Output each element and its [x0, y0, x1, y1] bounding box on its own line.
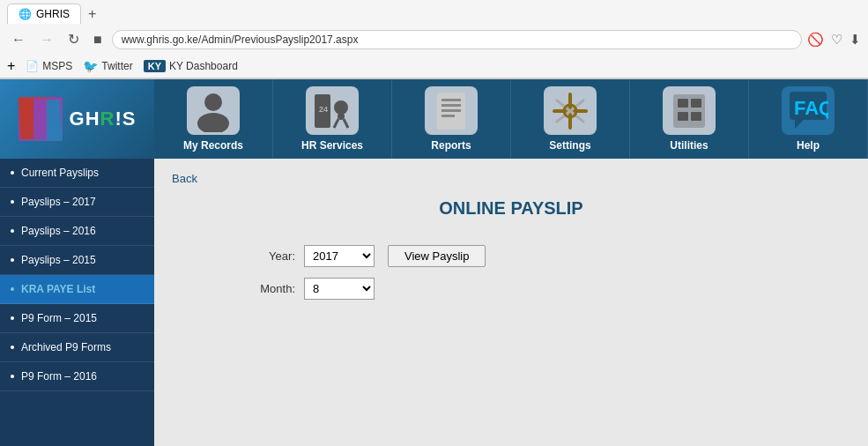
address-bar[interactable]: www.ghris.go.ke/Admin/PreviousPayslip201…	[112, 30, 802, 49]
svg-rect-22	[678, 99, 688, 108]
svg-rect-2	[47, 100, 60, 139]
bookmarks-bar: + 📄 MSPS 🐦 Twitter KY KY Dashboard	[0, 55, 868, 78]
sidebar-item-kra-paye[interactable]: KRA PAYE List	[0, 275, 154, 304]
twitter-label: Twitter	[101, 60, 132, 72]
add-bookmark-button[interactable]: +	[7, 58, 15, 74]
svg-rect-25	[691, 112, 701, 121]
nav-label-utilities: Utilities	[670, 139, 708, 152]
sidebar-item-current-payslips[interactable]: Current Payslips	[0, 159, 154, 188]
logo-area: GHR!S	[0, 79, 154, 159]
back-button[interactable]: ←	[7, 30, 30, 49]
sidebar-item-archived-p9[interactable]: Archived P9 Forms	[0, 333, 154, 362]
sidebar: Current Payslips Payslips – 2017 Payslip…	[0, 159, 154, 446]
nav-item-reports[interactable]: Reports	[392, 79, 511, 159]
block-icon[interactable]: 🚫	[807, 32, 824, 48]
reports-icon	[425, 86, 478, 135]
browser-tabs: 🌐 GHRIS +	[0, 0, 868, 24]
year-row: Year: 2015 2016 2017 2018 View Payslip	[242, 245, 850, 267]
bookmark-msps[interactable]: 📄 MSPS	[26, 60, 72, 72]
ky-icon: KY	[144, 60, 166, 72]
active-tab[interactable]: 🌐 GHRIS	[7, 4, 81, 24]
sidebar-label-current-payslips: Current Payslips	[21, 167, 99, 179]
main-content: Current Payslips Payslips – 2017 Payslip…	[0, 159, 868, 446]
nav-item-hr-services[interactable]: 24 HR Services	[273, 79, 392, 159]
svg-point-6	[334, 100, 348, 115]
msps-icon: 📄	[26, 60, 39, 72]
utilities-icon	[663, 86, 716, 135]
bookmark-twitter[interactable]: 🐦 Twitter	[83, 59, 132, 73]
tab-label: GHRIS	[36, 8, 70, 20]
sidebar-label-payslips-2017: Payslips – 2017	[21, 196, 96, 208]
svg-line-9	[334, 119, 338, 128]
help-icon: FAQ	[782, 86, 835, 135]
hr-services-icon: 24	[306, 86, 359, 135]
back-link[interactable]: Back	[172, 172, 197, 185]
bookmark-icon[interactable]: ♡	[831, 32, 842, 48]
msps-label: MSPS	[42, 60, 72, 72]
ky-label: KY Dashboard	[169, 60, 238, 72]
browser-chrome: 🌐 GHRIS + ← → ↻ ■ www.ghris.go.ke/Admin/…	[0, 0, 868, 79]
logo-icon	[19, 97, 63, 141]
year-select[interactable]: 2015 2016 2017 2018	[304, 245, 375, 267]
sidebar-item-payslips-2016[interactable]: Payslips – 2016	[0, 217, 154, 246]
forward-button[interactable]: →	[35, 30, 58, 49]
sidebar-item-p9-2016[interactable]: P9 Form – 2016	[0, 362, 154, 391]
browser-toolbar: ← → ↻ ■ www.ghris.go.ke/Admin/PreviousPa…	[0, 24, 868, 55]
nav-label-faq: Help	[797, 139, 820, 152]
svg-rect-24	[678, 112, 688, 121]
tab-icon: 🌐	[19, 8, 32, 20]
twitter-icon: 🐦	[83, 59, 98, 73]
home-button[interactable]: ■	[89, 30, 107, 49]
month-select[interactable]: 1 2 3 4 5 6 7 8 9 10 11 12	[304, 278, 375, 300]
svg-rect-12	[441, 99, 461, 101]
nav-menu: My Records 24 HR Services	[154, 79, 868, 159]
browser-action-icons: 🚫 ♡ ⬇	[807, 32, 861, 48]
sidebar-item-payslips-2015[interactable]: Payslips – 2015	[0, 246, 154, 275]
svg-text:24: 24	[319, 105, 328, 114]
nav-label-settings: Settings	[549, 139, 590, 152]
svg-point-4	[197, 113, 229, 132]
month-row: Month: 1 2 3 4 5 6 7 8 9 10 11 12	[242, 278, 850, 300]
sidebar-item-p9-2015[interactable]: P9 Form – 2015	[0, 304, 154, 333]
sidebar-label-archived-p9: Archived P9 Forms	[21, 341, 111, 353]
nav-item-help[interactable]: FAQ Help	[749, 79, 868, 159]
svg-text:FAQ: FAQ	[794, 97, 828, 119]
nav-label-my-records: My Records	[183, 139, 243, 152]
svg-rect-23	[691, 99, 701, 108]
year-label: Year:	[242, 249, 295, 263]
sidebar-label-payslips-2015: Payslips – 2015	[21, 254, 96, 266]
svg-point-3	[204, 93, 222, 111]
nav-item-settings[interactable]: Settings	[511, 79, 630, 159]
app: GHR!S My Records	[0, 79, 868, 446]
page-title: ONLINE PAYSLIP	[172, 198, 850, 219]
svg-rect-0	[20, 100, 33, 139]
bookmark-ky-dashboard[interactable]: KY KY Dashboard	[144, 60, 238, 72]
sidebar-label-kra-paye: KRA PAYE List	[21, 283, 95, 295]
my-records-icon	[187, 86, 240, 135]
nav-item-utilities[interactable]: Utilities	[630, 79, 749, 159]
nav-label-reports: Reports	[431, 139, 471, 152]
svg-rect-14	[441, 109, 461, 112]
svg-marker-28	[795, 120, 804, 129]
download-icon[interactable]: ⬇	[849, 32, 861, 48]
sidebar-label-p9-2015: P9 Form – 2015	[21, 312, 97, 324]
nav-item-my-records[interactable]: My Records	[154, 79, 273, 159]
settings-icon	[544, 86, 597, 135]
reload-button[interactable]: ↻	[63, 29, 84, 49]
page-content: Back ONLINE PAYSLIP Year: 2015 2016 2017…	[154, 159, 868, 446]
logo-text: GHR!S	[70, 108, 137, 130]
svg-rect-15	[441, 115, 455, 117]
svg-point-8	[338, 113, 345, 120]
svg-rect-13	[441, 104, 461, 107]
nav-label-hr-services: HR Services	[301, 139, 363, 152]
new-tab-button[interactable]: +	[83, 4, 101, 24]
sidebar-label-p9-2016: P9 Form – 2016	[21, 370, 97, 383]
sidebar-label-payslips-2016: Payslips – 2016	[21, 225, 96, 237]
view-payslip-button[interactable]: View Payslip	[388, 245, 486, 267]
app-header: GHR!S My Records	[0, 79, 868, 159]
svg-rect-1	[33, 100, 47, 139]
address-text: www.ghris.go.ke/Admin/PreviousPayslip201…	[122, 33, 792, 46]
sidebar-item-payslips-2017[interactable]: Payslips – 2017	[0, 188, 154, 217]
month-label: Month:	[242, 282, 295, 295]
svg-line-10	[344, 119, 348, 128]
